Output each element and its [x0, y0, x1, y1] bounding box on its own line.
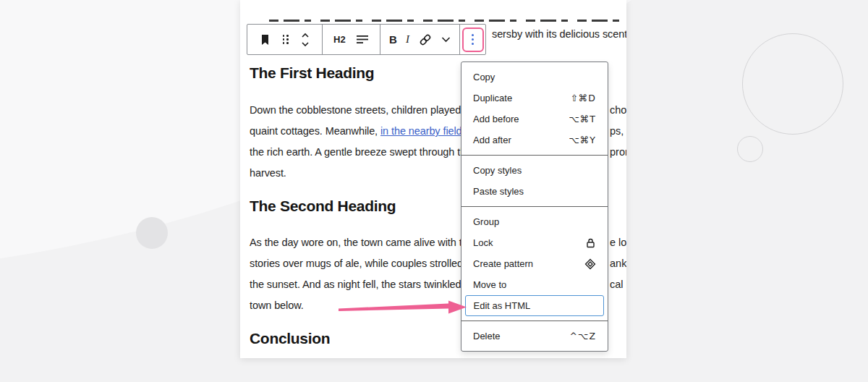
toolbar-group-options [460, 25, 485, 54]
menu-group-clipboard: Copy Duplicate ⇧⌘D Add before ⌥⌘T Add af… [461, 62, 608, 155]
drag-handle-icon [283, 35, 289, 44]
chevron-up-down-icon [300, 32, 310, 48]
link-button[interactable] [418, 33, 433, 47]
menu-item-paste-styles[interactable]: Paste styles [461, 181, 608, 202]
menu-item-lock[interactable]: Lock [461, 232, 608, 253]
paragraph-line[interactable]: quaint cottages. Meanwhile, in the nearb… [250, 124, 467, 138]
menu-item-move-to[interactable]: Move to [461, 274, 608, 295]
drag-handle[interactable] [283, 35, 289, 44]
menu-item-add-before[interactable]: Add before ⌥⌘T [461, 109, 608, 130]
decorative-ring-large [742, 33, 843, 135]
menu-item-label: Duplicate [473, 93, 512, 103]
menu-item-shortcut: ⌥⌘T [569, 114, 596, 124]
text-fragment: prom [610, 145, 626, 159]
block-options-menu: Copy Duplicate ⇧⌘D Add before ⌥⌘T Add af… [461, 61, 608, 352]
menu-item-duplicate[interactable]: Duplicate ⇧⌘D [461, 88, 608, 109]
menu-item-label: Add after [473, 135, 511, 145]
block-toolbar: H2 B I [247, 24, 486, 55]
menu-item-label: Create pattern [473, 258, 533, 269]
menu-item-delete[interactable]: Delete ^⌥Z [461, 326, 608, 347]
menu-item-label: Lock [473, 237, 493, 248]
menu-item-label: Copy styles [473, 165, 522, 176]
more-format-tools-button[interactable] [441, 36, 451, 43]
chevron-down-icon [441, 36, 451, 43]
align-text-icon [357, 35, 369, 44]
menu-group-delete: Delete ^⌥Z [461, 321, 608, 351]
bookmark-icon [259, 33, 271, 46]
text-fragment: ps, t [610, 124, 626, 138]
paragraph-line[interactable]: harvest. [250, 166, 286, 180]
heading-second[interactable]: The Second Heading [250, 197, 396, 216]
menu-item-label: Delete [473, 331, 501, 341]
menu-item-copy-styles[interactable]: Copy styles [461, 160, 608, 181]
paragraph-line[interactable]: As the day wore on, the town came alive … [250, 235, 474, 250]
text-fragment: cho [610, 103, 626, 117]
decorative-ring-small [737, 136, 763, 162]
menu-group-block-actions: Group Lock Create pattern Move to [461, 206, 608, 321]
menu-item-add-after[interactable]: Add after ⌥⌘Y [461, 130, 608, 150]
menu-item-label: Paste styles [473, 186, 524, 197]
menu-item-shortcut: ^⌥Z [570, 331, 596, 341]
paragraph-line[interactable]: sersby with its delicious scent. [492, 27, 626, 41]
paragraph-text: quaint cottages. Meanwhile, [250, 125, 380, 137]
menu-item-label: Edit as HTML [474, 300, 531, 311]
menu-item-label: Add before [473, 114, 519, 124]
heading-level-button[interactable]: H2 [333, 34, 346, 45]
menu-item-copy[interactable]: Copy [461, 67, 608, 88]
paragraph-line[interactable]: the sunset. And as night fell, the stars… [250, 277, 461, 292]
text-align-button[interactable] [357, 35, 369, 44]
block-type-button[interactable] [259, 33, 271, 46]
menu-item-shortcut: ⌥⌘Y [569, 135, 596, 145]
toolbar-group-format: B I [380, 25, 460, 54]
paragraph-line[interactable]: stories over mugs of ale, while couples … [250, 256, 463, 271]
paragraph-line[interactable]: the rich earth. A gentle breeze swept th… [250, 145, 472, 159]
toolbar-group-block [247, 25, 323, 54]
text-fragment: cal li [610, 277, 626, 292]
italic-button[interactable]: I [406, 33, 409, 46]
text-fragment: ank, [610, 256, 626, 271]
options-button[interactable] [462, 27, 484, 52]
paragraph-line[interactable]: town below. [250, 298, 304, 313]
pattern-icon [584, 258, 596, 270]
clipped-text-line [269, 20, 619, 22]
menu-item-group[interactable]: Group [461, 211, 608, 232]
bold-button[interactable]: B [389, 33, 397, 46]
lock-icon [585, 237, 596, 249]
menu-item-create-pattern[interactable]: Create pattern [461, 253, 608, 274]
toolbar-group-heading: H2 [323, 25, 380, 54]
paragraph-line[interactable]: Down the cobblestone streets, children p… [250, 103, 461, 117]
menu-item-label: Move to [473, 279, 506, 290]
menu-item-label: Copy [473, 72, 495, 82]
inline-link[interactable]: in the nearby fields [380, 125, 467, 137]
link-icon [418, 33, 433, 47]
menu-item-edit-as-html[interactable]: Edit as HTML [465, 295, 604, 316]
menu-group-styles: Copy styles Paste styles [461, 155, 608, 206]
text-fragment: e loc [610, 235, 626, 250]
vertical-ellipsis-icon [472, 34, 474, 45]
menu-item-label: Group [473, 216, 499, 227]
heading-first[interactable]: The First Heading [250, 64, 374, 82]
block-mover[interactable] [300, 32, 310, 48]
menu-item-shortcut: ⇧⌘D [570, 93, 596, 103]
heading-conclusion[interactable]: Conclusion [250, 329, 330, 348]
decorative-filled-circle [136, 217, 168, 249]
